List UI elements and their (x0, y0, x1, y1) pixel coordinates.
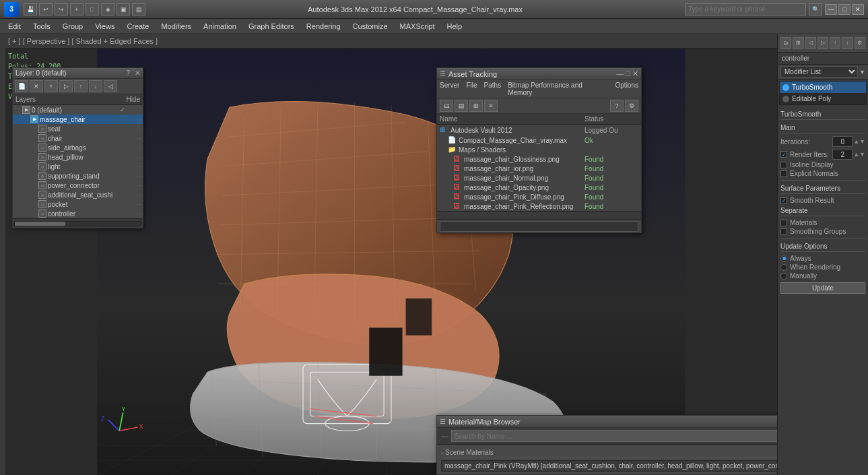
layer-tool-add[interactable]: + (44, 80, 58, 92)
asset-row-pink-diffuse[interactable]: 🖼 massage_chair_Pink_Diffuse.png Found (437, 192, 641, 201)
layer-item-head-pillow[interactable]: ○ head_pillow ··· (13, 152, 143, 162)
search-btn[interactable]: 🔍 (809, 3, 822, 15)
layer-item-side-airbags[interactable]: ○ side_airbags ··· (13, 143, 143, 152)
viewport-canvas[interactable]: Total Polys: 24 200 Tris: 24 200 Edges: … (5, 49, 777, 475)
layer-item-additional-seat[interactable]: ○ additional_seat_cushi ··· (13, 190, 143, 199)
asset-tool-help[interactable]: ? (610, 100, 624, 112)
menu-customize[interactable]: Customize (347, 21, 393, 32)
r-tool-4[interactable]: ▷ (817, 37, 828, 49)
layer-item-power-connector[interactable]: ○ power_connector ··· (13, 181, 143, 190)
ts-always-radio[interactable] (780, 255, 787, 262)
asset-table[interactable]: ⊞ Autodesk Vault 2012 Logged Ou 📄 Compac… (437, 125, 641, 211)
asset-menu-server[interactable]: Server (440, 82, 459, 96)
asset-row-ior[interactable]: 🖼 massage_chair_ior.png Found (437, 164, 641, 173)
toolbar-btn-3[interactable]: ↪ (55, 3, 68, 15)
material-search-input[interactable] (451, 430, 777, 442)
maximize-btn[interactable]: □ (838, 4, 850, 15)
mod-stack-editable-poly[interactable]: Editable Poly (780, 93, 866, 104)
search-input[interactable] (685, 3, 806, 15)
r-tool-7[interactable]: ⚙ (855, 37, 865, 49)
layer-item-pocket[interactable]: ○ pocket ··· (13, 199, 143, 209)
layer-item-supporting-stand[interactable]: ○ supporting_stand ··· (13, 171, 143, 181)
layer-item-seat[interactable]: ○ seat ··· (13, 124, 143, 133)
toolbar-btn-1[interactable]: 💾 (24, 3, 37, 15)
menu-maxscript[interactable]: MAXScript (395, 21, 440, 32)
menu-tools[interactable]: Tools (28, 21, 56, 32)
toolbar-btn-7[interactable]: ▣ (116, 3, 130, 15)
ts-iterations-input[interactable] (832, 136, 853, 147)
layer-tool-select[interactable]: ▷ (59, 80, 73, 92)
asset-scrollbar-h[interactable] (437, 211, 641, 219)
minimize-btn[interactable]: — (825, 4, 837, 15)
modifier-list-select[interactable]: Modifier List (780, 66, 858, 77)
ts-when-rendering-radio[interactable] (780, 264, 787, 271)
asset-menu-paths[interactable]: Paths (484, 82, 502, 96)
layers-scrollbar[interactable] (13, 218, 143, 228)
ts-isoline-check[interactable] (780, 162, 787, 168)
asset-tool-4[interactable]: ≡ (484, 100, 498, 112)
asset-close-icon[interactable]: ✕ (632, 69, 638, 78)
layer-tool-new[interactable]: 📄 (15, 80, 28, 92)
asset-tool-2[interactable]: ▤ (455, 100, 468, 112)
menu-help[interactable]: Help (442, 21, 468, 32)
h-scrollbar-thumb[interactable] (15, 222, 65, 226)
toolbar-btn-2[interactable]: ↩ (39, 3, 53, 15)
menu-animation[interactable]: Animation (198, 21, 242, 32)
asset-max-icon[interactable]: □ (626, 69, 630, 78)
layer-item-0[interactable]: ▶ 0 (default) ✓ ··· (13, 105, 143, 115)
layer-item-light[interactable]: ○ light ··· (13, 162, 143, 171)
asset-row-opacity[interactable]: 🖼 massage_chair_Opacity.png Found (437, 183, 641, 192)
ts-materials-check[interactable] (780, 220, 787, 226)
layer-item-chair[interactable]: ○ chair ··· (13, 133, 143, 143)
asset-tool-1[interactable]: 🗂 (440, 100, 453, 112)
ts-smooth-result-check[interactable]: ✓ (780, 197, 787, 204)
ts-manually-radio[interactable] (780, 273, 787, 280)
ts-render-iters-input[interactable] (832, 149, 853, 160)
menu-views[interactable]: Views (90, 21, 120, 32)
asset-row-glossiness[interactable]: 🖼 massage_chair_Glossiness.png Found (437, 154, 641, 164)
r-tool-5[interactable]: ↑ (830, 37, 840, 49)
asset-tool-3[interactable]: ⊞ (469, 100, 483, 112)
menu-create[interactable]: Create (121, 21, 154, 32)
asset-status-input[interactable] (440, 221, 638, 232)
toolbar-btn-8[interactable]: ▤ (132, 3, 145, 15)
asset-tool-settings[interactable]: ⚙ (625, 100, 638, 112)
asset-row-maps[interactable]: 📁 Maps / Shaders (437, 145, 641, 154)
layers-help-icon[interactable]: ? (126, 69, 130, 77)
asset-menu-bitmap[interactable]: Bitmap Performance and Memory (508, 82, 608, 96)
layers-close-icon[interactable]: ✕ (135, 69, 140, 77)
toolbar-btn-6[interactable]: ◈ (101, 3, 114, 15)
layer-tool-collapse[interactable]: ◁ (104, 80, 117, 92)
menu-edit[interactable]: Edit (3, 21, 26, 32)
asset-min-icon[interactable]: — (616, 69, 624, 78)
r-tool-1[interactable]: 🗂 (780, 37, 791, 49)
asset-row-pink-reflection[interactable]: 🖼 massage_chair_Pink_Reflection.png Foun… (437, 201, 641, 211)
menu-group[interactable]: Group (57, 21, 89, 32)
asset-row-normal[interactable]: 🖼 massage_chair_Normal.png Found (437, 173, 641, 183)
asset-row-vault[interactable]: ⊞ Autodesk Vault 2012 Logged Ou (437, 125, 641, 135)
layer-tool-move[interactable]: ↑ (74, 80, 88, 92)
layer-item-controller[interactable]: ○ controller ··· (13, 209, 143, 218)
modifier-list-dropdown-icon[interactable]: ▼ (859, 69, 865, 75)
asset-menu-options[interactable]: Options (615, 82, 638, 96)
r-tool-3[interactable]: ◁ (805, 37, 816, 49)
h-scrollbar-track[interactable] (14, 221, 141, 226)
ts-render-iters-check[interactable]: ✓ (780, 151, 787, 158)
mod-stack-turbosmooth[interactable]: TurboSmooth (780, 82, 866, 93)
layer-item-massage-chair[interactable]: ▶ massage_chair □ ··· (13, 115, 143, 124)
toolbar-btn-4[interactable]: + (70, 3, 84, 15)
layer-tool-delete[interactable]: ✕ (30, 80, 43, 92)
mat-entry-1[interactable]: massage_chair_Pink (VRayMtl) [additional… (441, 460, 777, 472)
ts-render-iters-spin[interactable]: ▲▼ (853, 151, 865, 158)
layers-list[interactable]: ▶ 0 (default) ✓ ··· ▶ massage_chair □ ··… (13, 105, 143, 218)
layer-tool-down[interactable]: ↓ (89, 80, 102, 92)
menu-rendering[interactable]: Rendering (301, 21, 346, 32)
ts-iterations-spin[interactable]: ▲▼ (853, 138, 865, 145)
ts-smoothing-groups-check[interactable] (780, 228, 787, 235)
ts-explicit-normals-check[interactable] (780, 170, 787, 177)
asset-row-max[interactable]: 📄 Compact_Massage_Chair_vray.max Ok (437, 135, 641, 145)
menu-modifiers[interactable]: Modifiers (156, 21, 197, 32)
asset-menu-file[interactable]: File (466, 82, 477, 96)
toolbar-btn-5[interactable]: □ (86, 3, 99, 15)
menu-graph-editors[interactable]: Graph Editors (243, 21, 300, 32)
